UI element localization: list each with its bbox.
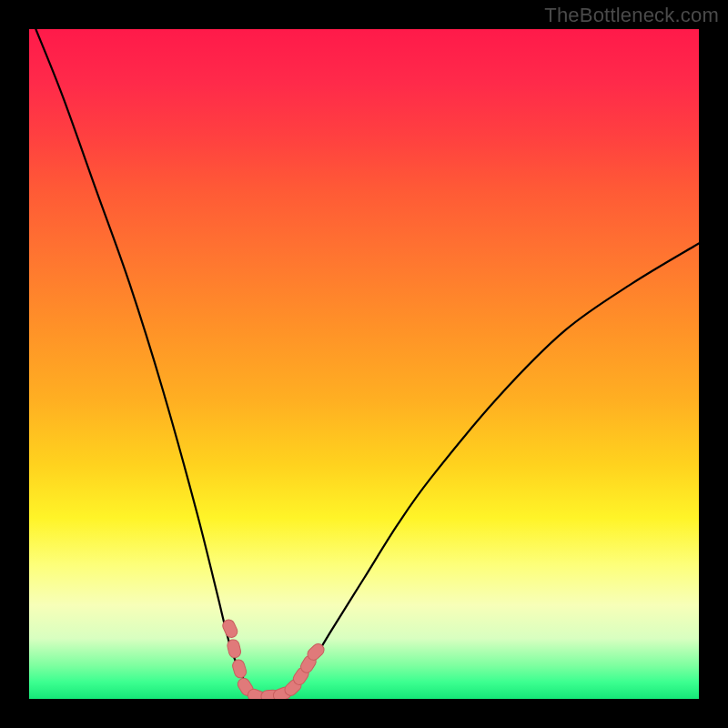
curve-marker	[231, 658, 248, 679]
bottleneck-curve	[35, 29, 699, 699]
curve-layer	[29, 29, 699, 699]
chart-frame: TheBottleneck.com	[0, 0, 728, 728]
curve-marker	[227, 639, 242, 659]
curve-markers	[221, 618, 327, 699]
watermark-text: TheBottleneck.com	[544, 4, 719, 27]
plot-area	[29, 29, 699, 699]
